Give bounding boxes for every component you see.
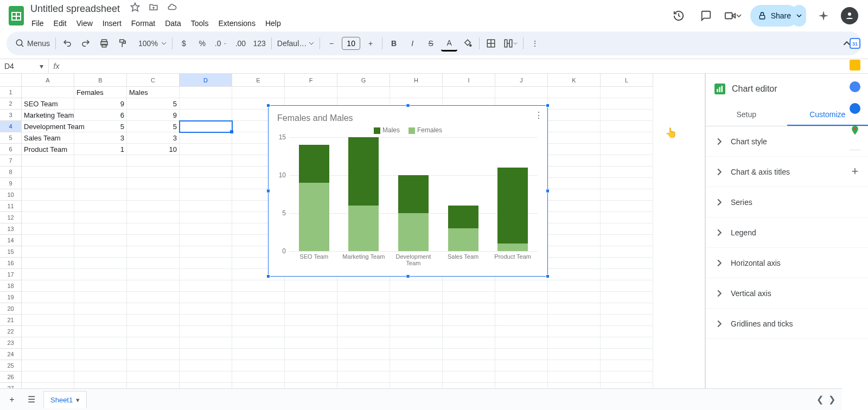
- sidebar-section[interactable]: Vertical axis: [706, 278, 868, 309]
- cell[interactable]: [495, 292, 548, 303]
- cell[interactable]: [601, 155, 653, 166]
- cell[interactable]: [232, 280, 285, 292]
- cell[interactable]: [127, 269, 180, 280]
- cell[interactable]: [22, 269, 74, 280]
- cell[interactable]: [74, 258, 127, 269]
- cell[interactable]: [548, 371, 601, 383]
- cell[interactable]: [390, 303, 443, 315]
- cell[interactable]: [180, 315, 232, 326]
- cell[interactable]: [548, 337, 601, 349]
- maps-rail-icon[interactable]: [850, 125, 860, 136]
- cell[interactable]: [390, 349, 443, 360]
- cell[interactable]: [180, 144, 232, 155]
- add-rail-icon[interactable]: +: [852, 164, 859, 178]
- row-header[interactable]: 25: [0, 360, 22, 371]
- cell[interactable]: [74, 269, 127, 280]
- cell[interactable]: [443, 87, 495, 98]
- cell[interactable]: [495, 303, 548, 315]
- cell[interactable]: [495, 349, 548, 360]
- cell[interactable]: [74, 166, 127, 178]
- cell[interactable]: [232, 349, 285, 360]
- tasks-rail-icon[interactable]: [850, 81, 860, 92]
- cell[interactable]: [390, 360, 443, 371]
- cell[interactable]: [127, 246, 180, 258]
- cell[interactable]: Sales Team: [22, 132, 74, 144]
- cell[interactable]: [22, 155, 74, 166]
- cell[interactable]: [127, 212, 180, 223]
- col-header[interactable]: J: [495, 74, 548, 87]
- cell[interactable]: [22, 223, 74, 235]
- keep-rail-icon[interactable]: [850, 60, 860, 71]
- menu-edit[interactable]: Edit: [49, 17, 71, 30]
- row-header[interactable]: 1: [0, 87, 22, 98]
- row-header[interactable]: 9: [0, 178, 22, 189]
- cell[interactable]: [548, 360, 601, 371]
- row-header[interactable]: 15: [0, 246, 22, 258]
- cell[interactable]: [22, 360, 74, 371]
- cell[interactable]: [22, 303, 74, 315]
- row-header[interactable]: 16: [0, 258, 22, 269]
- row-header[interactable]: 8: [0, 166, 22, 178]
- row-header[interactable]: 5: [0, 132, 22, 144]
- cell[interactable]: [127, 303, 180, 315]
- cell[interactable]: Marketing Team: [22, 110, 74, 121]
- borders-icon[interactable]: [483, 35, 499, 52]
- cell[interactable]: [74, 178, 127, 189]
- cell[interactable]: [180, 371, 232, 383]
- cell[interactable]: [601, 349, 653, 360]
- spreadsheet-grid[interactable]: ABCDEFGHIJKL 1FemalesMales2SEO Team953Ma…: [0, 74, 705, 390]
- meet-icon[interactable]: [723, 6, 743, 25]
- cell[interactable]: [232, 337, 285, 349]
- cell[interactable]: [285, 360, 337, 371]
- cell[interactable]: [22, 337, 74, 349]
- cell[interactable]: [390, 326, 443, 337]
- menu-format[interactable]: Format: [127, 17, 159, 30]
- merge-icon[interactable]: [501, 35, 520, 52]
- col-header[interactable]: K: [548, 74, 601, 87]
- cell[interactable]: [601, 178, 653, 189]
- cell[interactable]: [548, 87, 601, 98]
- cell[interactable]: [495, 371, 548, 383]
- cell[interactable]: [180, 212, 232, 223]
- cell[interactable]: [495, 315, 548, 326]
- cell[interactable]: [548, 326, 601, 337]
- cell[interactable]: [601, 280, 653, 292]
- cell[interactable]: [601, 303, 653, 315]
- history-icon[interactable]: [669, 6, 688, 25]
- cell[interactable]: [601, 121, 653, 132]
- cell[interactable]: [601, 189, 653, 201]
- col-header[interactable]: L: [601, 74, 653, 87]
- row-header[interactable]: 4: [0, 121, 22, 132]
- cell[interactable]: Product Team: [22, 144, 74, 155]
- print-icon[interactable]: [96, 35, 112, 52]
- cell[interactable]: [548, 98, 601, 110]
- col-header[interactable]: D: [180, 74, 232, 87]
- more-formats-icon[interactable]: 123: [251, 35, 267, 52]
- menu-extensions[interactable]: Extensions: [214, 17, 259, 30]
- cell[interactable]: [601, 292, 653, 303]
- cell[interactable]: [232, 326, 285, 337]
- cell[interactable]: [127, 189, 180, 201]
- cell[interactable]: [232, 87, 285, 98]
- italic-icon[interactable]: I: [404, 35, 420, 52]
- menu-view[interactable]: View: [72, 17, 97, 30]
- cell[interactable]: [443, 360, 495, 371]
- cell[interactable]: [180, 258, 232, 269]
- cell[interactable]: [127, 235, 180, 246]
- col-header[interactable]: I: [443, 74, 495, 87]
- cell[interactable]: [22, 178, 74, 189]
- cell[interactable]: [390, 87, 443, 98]
- cell[interactable]: [180, 87, 232, 98]
- cell[interactable]: [285, 326, 337, 337]
- cell[interactable]: [74, 315, 127, 326]
- cell[interactable]: [180, 132, 232, 144]
- chart-more-icon[interactable]: ⋮: [534, 110, 543, 120]
- row-header[interactable]: 24: [0, 349, 22, 360]
- cell[interactable]: [127, 280, 180, 292]
- cell[interactable]: [495, 87, 548, 98]
- cell[interactable]: [74, 371, 127, 383]
- cell[interactable]: [548, 246, 601, 258]
- cell[interactable]: [127, 155, 180, 166]
- cell[interactable]: [74, 189, 127, 201]
- menu-file[interactable]: File: [27, 17, 48, 30]
